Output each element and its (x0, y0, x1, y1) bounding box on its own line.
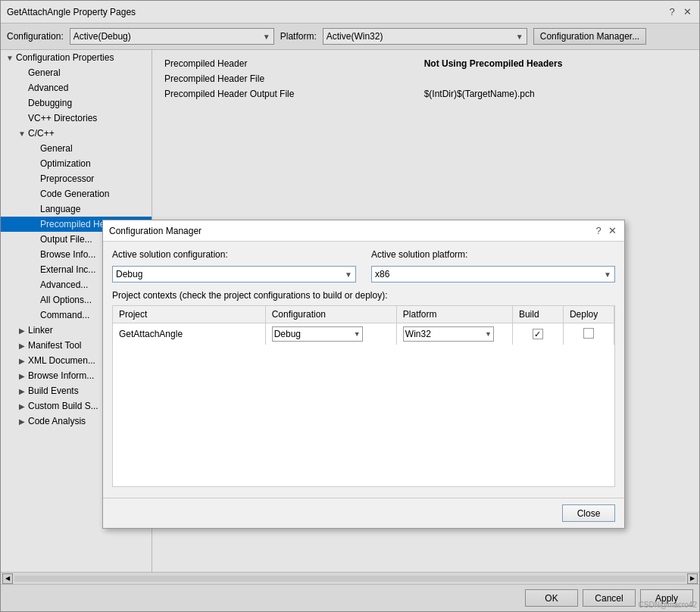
dialog-close-button[interactable]: ✕ (606, 225, 618, 237)
active-config-label: Active solution configuration: (112, 249, 356, 260)
project-config-dropdown[interactable]: Debug ▼ (272, 326, 363, 342)
col-header-project: Project (113, 306, 265, 323)
project-platform-value: Win32 (405, 329, 431, 339)
dialog-actions: Close (103, 498, 624, 528)
project-contexts-label: Project contexts (check the project conf… (112, 290, 615, 301)
project-config-value: Debug (274, 329, 301, 339)
col-header-build: Build (512, 306, 563, 323)
project-table: Project Configuration Platform Build Dep… (113, 306, 614, 345)
project-platform-arrow: ▼ (485, 330, 492, 338)
project-config-arrow: ▼ (354, 330, 361, 338)
active-platform-label: Active solution platform: (371, 249, 615, 260)
active-config-value: Debug (116, 269, 142, 279)
dialog-body: Active solution configuration: Debug ▼ A… (103, 242, 624, 495)
dialog-title: Configuration Manager (109, 226, 202, 236)
active-platform-arrow: ▼ (604, 270, 611, 279)
project-build-cell[interactable] (512, 323, 563, 345)
configuration-manager-dialog: Configuration Manager ? ✕ Active solutio… (102, 220, 625, 529)
dialog-help-button[interactable]: ? (592, 225, 605, 237)
active-platform-group: Active solution platform: x86 ▼ (371, 249, 615, 283)
project-platform-dropdown[interactable]: Win32 ▼ (403, 326, 494, 342)
dialog-title-buttons: ? ✕ (592, 225, 618, 237)
project-deploy-checkbox[interactable] (583, 328, 594, 339)
project-table-header-row: Project Configuration Platform Build Dep… (113, 306, 614, 323)
project-deploy-cell[interactable] (563, 323, 614, 345)
active-config-arrow: ▼ (345, 270, 352, 279)
active-platform-value: x86 (375, 269, 389, 279)
active-config-group: Active solution configuration: Debug ▼ (112, 249, 356, 283)
project-name-cell: GetAttachAngle (113, 323, 265, 345)
col-header-deploy: Deploy (563, 306, 614, 323)
col-header-configuration: Configuration (265, 306, 396, 323)
dialog-title-bar: Configuration Manager ? ✕ (103, 220, 624, 242)
dialog-close-btn[interactable]: Close (562, 504, 615, 522)
col-header-platform: Platform (396, 306, 512, 323)
project-platform-cell[interactable]: Win32 ▼ (396, 323, 512, 345)
project-row: GetAttachAngle Debug ▼ Win32 ▼ (113, 323, 614, 345)
project-table-wrapper: Project Configuration Platform Build Dep… (112, 305, 615, 487)
project-configuration-cell[interactable]: Debug ▼ (265, 323, 396, 345)
active-platform-dropdown[interactable]: x86 ▼ (371, 266, 615, 283)
project-build-checkbox[interactable] (533, 329, 543, 339)
active-config-dropdown[interactable]: Debug ▼ (112, 266, 356, 283)
dialog-combo-row: Active solution configuration: Debug ▼ A… (112, 249, 615, 283)
